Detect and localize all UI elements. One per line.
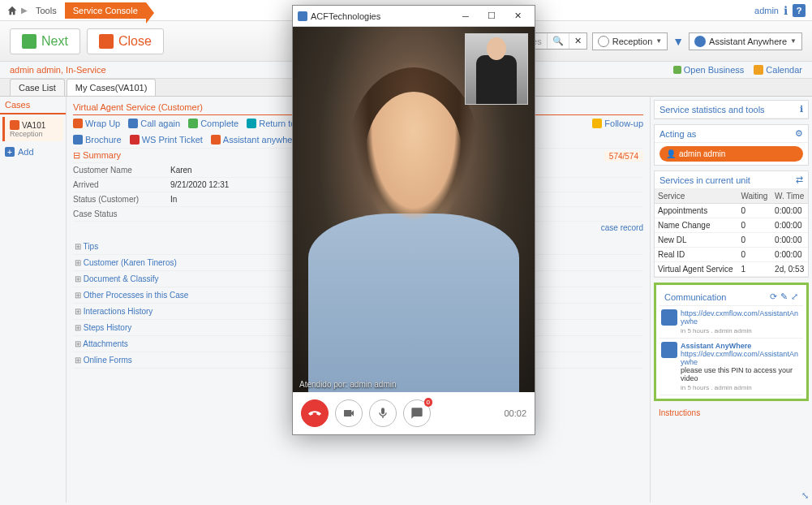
sms-icon [661, 309, 677, 326]
services-table: Service Waiting W. Time Appointments00:0… [655, 189, 808, 277]
chevron-down-icon: ▼ [790, 37, 797, 45]
instructions-section[interactable]: Instructions [654, 406, 809, 420]
hangup-button[interactable] [301, 399, 329, 427]
add-label: Add [18, 147, 34, 157]
acting-as-title: Acting as [659, 129, 696, 139]
acting-as-pill[interactable]: 👤 admin admin [659, 146, 803, 162]
globe-icon [598, 36, 609, 47]
close-window-button[interactable]: ✕ [505, 8, 530, 24]
summary-toggle[interactable]: ⊟ Summary [73, 149, 121, 163]
follow-up-button[interactable]: Follow-up [592, 119, 643, 128]
video-call-window: ACFTechnologies ─ ☐ ✕ Atendido por: admi… [292, 5, 535, 435]
chat-button[interactable]: 0 [403, 399, 431, 427]
arrived-value: 9/21/2020 12:31 [170, 180, 229, 189]
status-label: Status (Customer) [73, 195, 170, 204]
calendar-icon [754, 65, 763, 75]
case-status-label: Case Status [73, 209, 170, 218]
close-label: Close [118, 34, 152, 49]
gear-icon[interactable]: ⚙ [795, 128, 803, 139]
user-icon [694, 36, 706, 47]
unit-label: Reception [612, 37, 653, 46]
speaker-icon [22, 34, 37, 49]
clear-search-icon[interactable]: ✕ [569, 33, 586, 49]
breadcrumb-tools[interactable]: Tools [31, 6, 62, 15]
calendar-label: Calendar [766, 65, 802, 75]
open-business-label: Open Business [684, 65, 745, 75]
transfer-icon[interactable]: ⇄ [796, 175, 803, 185]
tab-case-list[interactable]: Case List [10, 79, 65, 96]
case-icon [10, 120, 19, 130]
expand-icon[interactable]: ⤢ [791, 291, 798, 302]
breadcrumb-service-console[interactable]: Service Console [65, 2, 146, 19]
complete-button[interactable]: Complete [188, 119, 238, 128]
arrived-label: Arrived [73, 180, 170, 189]
chevron-down-icon: ▼ [655, 37, 662, 45]
col-waiting[interactable]: Waiting [737, 189, 771, 204]
help-icon[interactable]: ? [793, 4, 806, 17]
brochure-button[interactable]: Brochure [73, 135, 122, 145]
refresh-icon[interactable]: ⟳ [770, 291, 777, 302]
search-icon[interactable]: 🔍 [547, 33, 569, 49]
open-icon [673, 66, 681, 74]
picture-in-picture[interactable] [465, 33, 528, 105]
call-again-button[interactable]: Call again [128, 119, 180, 128]
unit-dropdown[interactable]: Reception ▼ [592, 32, 668, 50]
edit-icon[interactable]: ✎ [780, 291, 788, 302]
plus-icon: + [5, 147, 15, 157]
services-title: Services in current unit [659, 175, 750, 185]
ws-print-button[interactable]: WS Print Ticket [130, 135, 203, 145]
wrap-up-button[interactable]: Wrap Up [73, 119, 120, 128]
chat-badge: 0 [424, 398, 432, 407]
chevron-right-icon: ▶ [21, 6, 28, 15]
calendar-link[interactable]: Calendar [754, 65, 802, 75]
cases-panel-title: Cases [0, 97, 66, 114]
table-row[interactable]: Appointments00:00:00 [655, 204, 808, 218]
customer-name-value: Karen [170, 166, 192, 175]
status-value: In [170, 195, 177, 204]
record-count: 574/574 [604, 151, 643, 162]
return-icon [247, 119, 256, 128]
case-item[interactable]: VA101 Reception [2, 117, 63, 141]
close-button[interactable]: Close [87, 28, 164, 54]
add-case-button[interactable]: + Add [0, 144, 66, 160]
resize-icon[interactable]: ⤡ [801, 490, 809, 501]
home-icon[interactable] [6, 5, 18, 16]
assistant-dropdown[interactable]: Assistant Anywhere ▼ [689, 32, 802, 50]
comm-message[interactable]: Assistant AnyWherehttps://dev.cxmflow.co… [659, 339, 803, 395]
assistant-anywhere-button[interactable]: Assistant anywhere [211, 135, 300, 145]
maximize-button[interactable]: ☐ [479, 8, 504, 24]
case-id: VA101 [22, 121, 45, 130]
case-sub: Reception [10, 130, 58, 138]
current-user[interactable]: admin [754, 6, 779, 15]
breadcrumb: ▶ Tools Service Console [6, 2, 146, 19]
open-business-link[interactable]: Open Business [673, 65, 745, 75]
person-icon: 👤 [666, 149, 676, 158]
microphone-button[interactable] [369, 399, 397, 427]
next-label: Next [41, 34, 68, 49]
customer-name-label: Customer Name [73, 166, 170, 175]
call-timer: 00:02 [504, 408, 526, 418]
check-icon [188, 119, 198, 128]
info-icon[interactable]: ℹ [800, 104, 803, 114]
app-icon [298, 11, 307, 21]
col-wtime[interactable]: W. Time [771, 189, 808, 204]
call-icon [128, 119, 138, 128]
comm-message[interactable]: https://dev.cxmflow.com/AssistantAnywhei… [659, 306, 803, 339]
table-row[interactable]: New DL00:00:00 [655, 233, 808, 248]
window-title: ACFTechnologies [311, 11, 380, 21]
table-row[interactable]: Name Change00:00:00 [655, 218, 808, 233]
minimize-button[interactable]: ─ [453, 8, 478, 24]
assistant-icon [211, 135, 221, 145]
communication-title: Communication [664, 292, 726, 302]
camera-button[interactable] [335, 399, 363, 427]
followup-icon [592, 119, 602, 128]
tab-my-cases[interactable]: My Cases(VA101) [67, 79, 156, 96]
brochure-icon [73, 135, 83, 145]
table-row[interactable]: Virtual Agent Service12d, 0:53 [655, 262, 808, 277]
col-service[interactable]: Service [655, 189, 737, 204]
table-row[interactable]: Real ID00:00:00 [655, 248, 808, 262]
next-button[interactable]: Next [10, 28, 80, 54]
info-icon[interactable]: ℹ [784, 4, 788, 17]
acting-name: admin admin [679, 149, 725, 158]
filter-icon[interactable]: ▼ [672, 35, 684, 48]
